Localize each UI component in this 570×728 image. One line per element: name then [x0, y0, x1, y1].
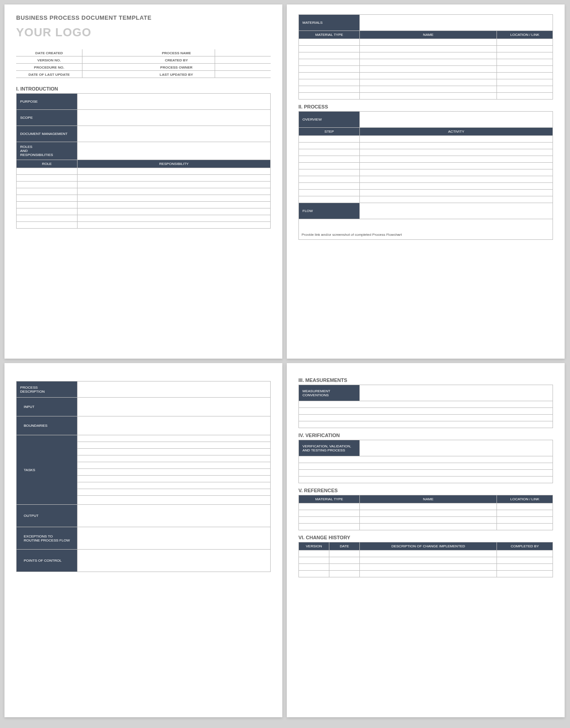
table-cell [360, 550, 497, 557]
table-cell [497, 59, 553, 66]
table-cell [360, 517, 497, 524]
input-label: INPUT [17, 398, 78, 416]
table-cell [299, 176, 360, 183]
table-cell [299, 136, 360, 143]
table-cell [497, 564, 553, 571]
table-cell [360, 557, 497, 564]
table-cell [497, 73, 553, 79]
section-process: II. PROCESS [298, 104, 553, 109]
table-cell [17, 168, 78, 175]
table-cell [78, 182, 271, 188]
table-cell [360, 86, 497, 93]
flow-note: Provide link and/or screenshot of comple… [299, 219, 553, 240]
table-cell [497, 66, 553, 73]
measurement-conventions-value [360, 385, 553, 401]
table-cell [299, 143, 360, 149]
meta-created-by-value [215, 56, 271, 64]
materials-table: MATERIALS MATERIAL TYPENAMELOCATION / LI… [298, 14, 553, 100]
table-cell [360, 73, 497, 79]
roles-responsibilities-value [78, 142, 271, 160]
meta-date-last-update-label: DATE OF LAST UPDATE [16, 71, 82, 78]
table-cell [78, 455, 271, 462]
table-cell [360, 163, 553, 169]
table-cell [360, 79, 497, 86]
material-type-header: MATERIAL TYPE [299, 495, 360, 503]
table-cell [299, 73, 360, 79]
activity-header: ACTIVITY [360, 128, 553, 136]
table-cell [78, 482, 271, 489]
table-cell [78, 469, 271, 476]
table-cell [299, 401, 553, 408]
table-cell [78, 202, 271, 208]
table-cell [17, 202, 78, 208]
verification-value [360, 440, 553, 456]
table-cell [299, 39, 360, 46]
table-cell [497, 557, 553, 564]
page-2: MATERIALS MATERIAL TYPENAMELOCATION / LI… [287, 4, 565, 359]
table-cell [299, 46, 360, 52]
responsibility-header: RESPONSIBILITY [78, 160, 271, 168]
overview-value [360, 112, 553, 128]
table-cell [17, 195, 78, 202]
material-type-header: MATERIAL TYPE [299, 31, 360, 39]
date-header: DATE [329, 542, 360, 550]
name-header: NAME [360, 495, 497, 503]
description-change-header: DESCRIPTION OF CHANGE IMPLEMENTED [360, 542, 497, 550]
table-cell [299, 510, 360, 517]
table-cell [360, 46, 497, 52]
table-cell [17, 182, 78, 188]
table-cell [329, 550, 360, 557]
table-cell [299, 571, 329, 577]
table-cell [360, 196, 553, 203]
table-cell [299, 517, 360, 524]
measurement-conventions-label: MEASUREMENT CONVENTIONS [299, 385, 360, 401]
meta-version-no-value [82, 56, 138, 64]
references-table: MATERIAL TYPENAMELOCATION / LINK [298, 495, 553, 530]
table-cell [299, 149, 360, 156]
process-table: OVERVIEW STEPACTIVITY FLOW Provide link … [298, 111, 553, 240]
materials-value [360, 15, 553, 31]
table-cell [360, 156, 553, 163]
exceptions-label: EXCEPTIONS TO ROUTINE PROCESS FLOW [17, 527, 78, 550]
section-introduction: I. INTRODUCTION [16, 86, 271, 91]
page-3: PROCESS DESCRIPTION INPUT BOUNDARIES TAS… [4, 363, 282, 717]
table-cell [360, 190, 553, 196]
boundaries-label: BOUNDARIES [17, 416, 78, 435]
table-cell [497, 510, 553, 517]
section-references: V. REFERENCES [298, 488, 553, 493]
name-header: NAME [360, 31, 497, 39]
table-cell [299, 470, 553, 477]
page-1: BUSINESS PROCESS DOCUMENT TEMPLATE YOUR … [4, 4, 282, 359]
location-link-header: LOCATION / LINK [497, 495, 553, 503]
table-cell [360, 59, 497, 66]
meta-process-owner-label: PROCESS OWNER [138, 64, 215, 71]
table-cell [360, 93, 497, 100]
flow-value [360, 203, 553, 219]
table-cell [497, 517, 553, 524]
meta-process-owner-value [215, 64, 271, 71]
section-measurements: III. MEASUREMENTS [298, 377, 553, 383]
table-cell [497, 39, 553, 46]
table-cell [497, 550, 553, 557]
materials-label: MATERIALS [299, 15, 360, 31]
table-cell [299, 66, 360, 73]
table-cell [329, 564, 360, 571]
table-cell [299, 79, 360, 86]
verification-label: VERIFICATION, VALIDATION, AND TESTING PR… [299, 440, 360, 456]
document-management-value [78, 126, 271, 142]
table-cell [360, 143, 553, 149]
table-cell [497, 503, 553, 510]
meta-version-no-label: VERSION NO. [16, 56, 82, 64]
table-cell [360, 510, 497, 517]
table-cell [299, 477, 553, 483]
table-cell [299, 564, 329, 571]
meta-process-name-label: PROCESS NAME [138, 49, 215, 56]
table-cell [299, 196, 360, 203]
table-cell [299, 183, 360, 190]
table-cell [360, 52, 497, 59]
section-verification: IV. VERIFICATION [298, 433, 553, 438]
table-cell [78, 215, 271, 222]
table-cell [78, 168, 271, 175]
table-cell [299, 550, 329, 557]
table-cell [78, 175, 271, 182]
